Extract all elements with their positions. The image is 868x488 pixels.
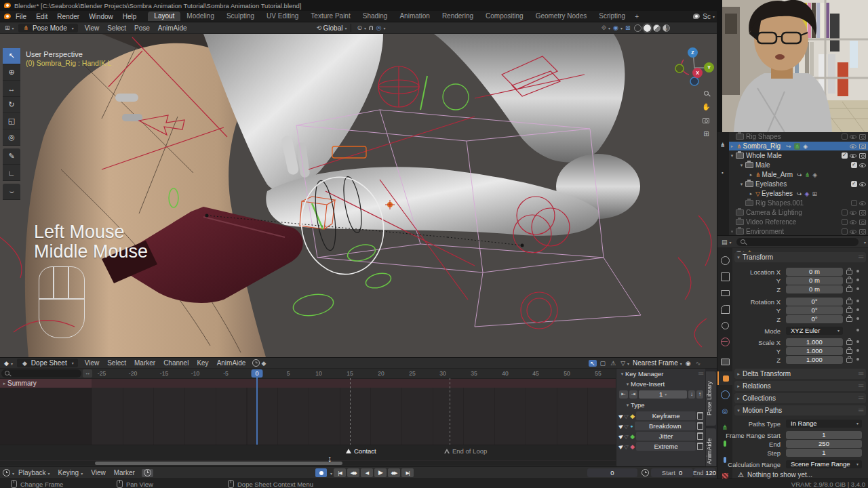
- outliner-row-environment[interactable]: Environment: [729, 227, 868, 235]
- render-camera-icon[interactable]: [859, 209, 867, 216]
- snap-mode-dropdown[interactable]: Nearest Frame: [633, 359, 682, 367]
- outliner-row-video-reference[interactable]: Video Reference: [729, 218, 868, 226]
- workspace-tab-geometry-nodes[interactable]: Geometry Nodes: [530, 12, 593, 21]
- proportional-editing-dropdown[interactable]: ◎: [375, 24, 387, 31]
- properties-filter-dropdown[interactable]: [862, 238, 866, 245]
- key-type-row-extreme[interactable]: ▶ ▷ ◆ Extreme: [619, 442, 703, 451]
- key-manager-panel-header[interactable]: Key Manager≡≡: [616, 369, 706, 379]
- render-camera-icon[interactable]: [859, 152, 867, 159]
- workspace-tab-uv-editing[interactable]: UV Editing: [260, 12, 304, 21]
- marker-strip[interactable]: Contact End of Loop: [0, 445, 616, 460]
- mode-dropdown[interactable]: ⋔ Pose Mode: [18, 24, 78, 33]
- workspace-tab-layout[interactable]: Layout: [148, 12, 180, 21]
- camera-view-icon[interactable]: [701, 115, 711, 125]
- timeline-marker-menu[interactable]: Marker: [110, 469, 139, 476]
- animate-dot[interactable]: [856, 308, 859, 311]
- dope-sheet-mode-dropdown[interactable]: ◆ Dope Sheet: [17, 359, 78, 367]
- paths-type-dropdown[interactable]: In Range: [786, 420, 862, 428]
- collection-checkbox[interactable]: [851, 181, 857, 187]
- collection-checkbox[interactable]: [851, 162, 857, 168]
- delta-transform-panel-header[interactable]: Delta Transform≡≡: [734, 369, 866, 379]
- timeline-view-menu[interactable]: View: [87, 469, 110, 476]
- relations-panel-header[interactable]: Relations≡≡: [734, 381, 866, 391]
- lock-icon[interactable]: [846, 348, 852, 355]
- lock-icon[interactable]: [846, 316, 852, 323]
- pivot-point-dropdown[interactable]: ⊙: [355, 24, 368, 31]
- hide-eye-icon[interactable]: [850, 228, 857, 235]
- render-camera-icon[interactable]: [859, 219, 867, 225]
- viewport-3d-scene[interactable]: [0, 34, 719, 357]
- timeline-ruler[interactable]: -25 -20 -15 -10 -5 5 10 15 20 25 30 35 4…: [0, 369, 616, 379]
- animate-dot[interactable]: [856, 287, 859, 290]
- render-camera-icon[interactable]: [859, 228, 867, 235]
- tab-pose-library[interactable]: Pose Library: [706, 371, 716, 426]
- collection-checkbox[interactable]: [842, 219, 848, 225]
- lock-icon[interactable]: [846, 277, 852, 285]
- location-x-field[interactable]: 0 m: [786, 268, 843, 276]
- workspace-tab-compositing[interactable]: Compositing: [479, 12, 530, 21]
- gizmo-axis-neg-z[interactable]: [690, 77, 698, 85]
- delete-keys-icon[interactable]: [697, 443, 703, 450]
- hide-eye-icon[interactable]: [859, 162, 867, 168]
- tool-cursor[interactable]: ⊕: [3, 64, 20, 81]
- auto-keying-dropdown[interactable]: [328, 469, 332, 476]
- proportional-toggle[interactable]: ◉: [684, 360, 692, 367]
- add-workspace-button[interactable]: +: [631, 13, 642, 20]
- dope-sheet-hscrollbar[interactable]: [0, 461, 616, 466]
- animate-dot[interactable]: [856, 358, 859, 361]
- key-type-row-jitter[interactable]: ▶ ▷ ◆ Jitter: [619, 432, 703, 441]
- workspace-tab-texture-paint[interactable]: Texture Paint: [304, 12, 356, 21]
- current-frame-field[interactable]: 0: [587, 468, 637, 477]
- pan-hand-icon[interactable]: ✋: [701, 102, 711, 112]
- outliner-row-eyelashes-collection[interactable]: Eyelashes: [729, 180, 868, 188]
- outliner-row-sombra-rig[interactable]: ⋔ Sombra_Rig ↪ ⋔ ◈: [729, 142, 868, 150]
- render-camera-icon[interactable]: [859, 134, 867, 140]
- frame-range-end-field[interactable]: 250: [786, 440, 862, 448]
- properties-editor-icon[interactable]: ▤: [720, 239, 733, 245]
- tool-rotate[interactable]: ↻: [3, 97, 20, 113]
- sync-clock-button[interactable]: [142, 469, 153, 477]
- editor-type-icon[interactable]: ⊞: [3, 24, 16, 31]
- summary-channel-row[interactable]: Summary: [0, 379, 616, 388]
- shading-solid-button[interactable]: [644, 24, 651, 32]
- auto-keying-button[interactable]: [315, 468, 327, 477]
- lock-icon[interactable]: [846, 307, 852, 314]
- dope-menu-select[interactable]: Select: [103, 359, 130, 367]
- dope-menu-marker[interactable]: Marker: [130, 359, 159, 367]
- transform-orientation-dropdown[interactable]: Global: [323, 24, 347, 32]
- jump-right-button[interactable]: ⇥: [629, 390, 638, 399]
- transform-panel-header[interactable]: Transform≡≡: [734, 252, 866, 262]
- motion-paths-panel-header[interactable]: Motion Paths≡≡: [734, 405, 866, 415]
- play-reverse-button[interactable]: ◀: [361, 468, 373, 477]
- collection-checkbox[interactable]: [842, 209, 848, 216]
- animaide-clock-icon[interactable]: [252, 359, 260, 367]
- location-z-field[interactable]: 0 m: [786, 285, 843, 293]
- outliner-row-male[interactable]: Male: [729, 161, 868, 169]
- animate-dot[interactable]: [856, 300, 859, 302]
- overlays-toggle[interactable]: ◉: [612, 24, 624, 31]
- lock-icon[interactable]: [846, 268, 852, 276]
- delete-keys-icon[interactable]: [697, 412, 703, 420]
- collection-checkbox[interactable]: [842, 134, 848, 140]
- animate-dot[interactable]: [856, 317, 859, 320]
- frame-end-field[interactable]: End120: [694, 468, 715, 477]
- tab-animaide[interactable]: AnimAide: [706, 428, 716, 467]
- animation-editor-icon[interactable]: ◆: [3, 360, 14, 367]
- collection-checkbox[interactable]: [851, 200, 857, 206]
- gizmo-axis-z[interactable]: Z: [688, 47, 698, 58]
- animate-dot[interactable]: [856, 349, 859, 352]
- jump-to-end-button[interactable]: ▶|: [401, 468, 414, 477]
- viewport-menu-animaide[interactable]: AnimAide: [154, 24, 191, 32]
- dope-menu-channel[interactable]: Channel: [159, 359, 193, 367]
- dope-menu-animaide[interactable]: AnimAide: [213, 359, 250, 367]
- workspace-tab-shading[interactable]: Shading: [357, 12, 394, 21]
- next-keyframe-button[interactable]: ◆▶: [388, 468, 400, 477]
- animate-dot[interactable]: [856, 340, 859, 343]
- marker-contact[interactable]: Contact: [346, 447, 376, 455]
- gizmo-axis-x[interactable]: X: [692, 68, 703, 78]
- deselect-keys-icon[interactable]: ▷: [623, 443, 630, 450]
- jump-left-button[interactable]: ⇤: [619, 390, 628, 399]
- tool-transform[interactable]: ◎: [3, 129, 20, 146]
- menu-edit[interactable]: Edit: [31, 13, 52, 20]
- lock-icon[interactable]: [846, 339, 852, 346]
